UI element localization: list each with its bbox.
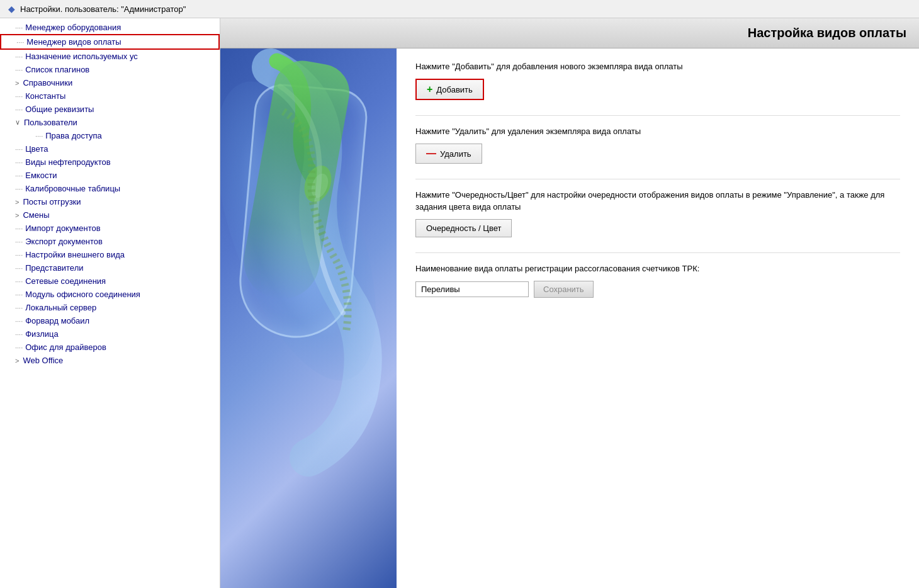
sidebar-item-label: Калибровочные таблицы	[25, 184, 120, 193]
sidebar-item-label: Емкости	[25, 171, 57, 180]
divider-3	[415, 252, 900, 253]
sidebar-item-constants[interactable]: ···· Константы	[0, 89, 220, 103]
expand-icon: ∨	[15, 118, 20, 127]
sidebar-item-label: Настройки внешнего вида	[25, 250, 125, 259]
delete-button-label: Удалить	[440, 149, 471, 159]
delete-description: Нажмите "Удалить" для удаления экземпляр…	[415, 126, 900, 137]
sidebar-item-label: Физлица	[25, 329, 58, 339]
add-button[interactable]: + Добавить	[415, 79, 484, 100]
sidebar-prefix: ····	[15, 264, 23, 272]
sidebar-item-users[interactable]: ∨ Пользователи	[0, 116, 220, 129]
sidebar-prefix: ····	[15, 93, 23, 100]
sidebar-item-office-module[interactable]: ···· Модуль офисного соединения	[0, 288, 220, 301]
sidebar-item-import-documents[interactable]: ···· Импорт документов	[0, 222, 220, 235]
sidebar-item-label: Импорт документов	[25, 223, 100, 233]
decorative-image	[220, 48, 397, 588]
right-panel: Настройка видов оплаты	[220, 18, 919, 588]
sidebar-item-fizlitso[interactable]: ···· Физлица	[0, 327, 220, 341]
sidebar-item-forward-mobile[interactable]: ···· Форвард мобаил	[0, 314, 220, 327]
content-section: Нажмите "Добавить" для добавления нового…	[397, 48, 919, 588]
decorative-image-section	[220, 48, 397, 588]
sidebar-item-label: Права доступа	[45, 131, 102, 140]
sidebar-item-label: Экспорт документов	[25, 237, 103, 246]
sidebar-item-shipping-posts[interactable]: > Посты отгрузки	[0, 195, 220, 208]
sidebar-item-label: Посты отгрузки	[23, 197, 81, 206]
order-color-section: Нажмите "Очередность/Цвет" для настройки…	[415, 189, 900, 237]
panel-title: Настройка видов оплаты	[233, 26, 906, 40]
delete-button[interactable]: — Удалить	[415, 144, 482, 164]
sidebar-prefix: ····	[15, 317, 23, 325]
sidebar-prefix: ····	[15, 225, 23, 232]
sidebar-prefix: ····	[15, 291, 23, 298]
sidebar-item-local-server[interactable]: ···· Локальный сервер	[0, 301, 220, 314]
expand-icon: >	[15, 79, 19, 87]
sidebar-item-access-rights[interactable]: ···· Права доступа	[0, 129, 220, 142]
sidebar-item-capacities[interactable]: ···· Емкости	[0, 169, 220, 182]
sidebar-item-label: Представители	[25, 263, 83, 273]
sidebar-item-export-documents[interactable]: ···· Экспорт документов	[0, 235, 220, 248]
order-color-button[interactable]: Очередность / Цвет	[415, 219, 512, 237]
sidebar-item-label: Web Office	[23, 356, 63, 365]
sidebar-item-label: Форвард мобаил	[25, 316, 89, 325]
save-button[interactable]: Сохранить	[534, 281, 594, 298]
payment-name-input[interactable]	[415, 281, 529, 297]
sidebar: ···· Менеджер оборудования ···· Менеджер…	[0, 18, 220, 588]
sidebar-item-label: Справочники	[23, 78, 72, 88]
sidebar-item-payment-manager[interactable]: ···· Менеджер видов оплаты	[0, 34, 220, 50]
panel-body: Нажмите "Добавить" для добавления нового…	[220, 48, 919, 588]
sidebar-prefix: ····	[15, 238, 23, 246]
sidebar-prefix: ····	[16, 38, 24, 46]
name-input-row: Сохранить	[415, 281, 900, 298]
sidebar-item-label: Сетевые соединения	[25, 276, 106, 286]
main-content: ···· Менеджер оборудования ···· Менеджер…	[0, 18, 919, 588]
sidebar-item-appearance-settings[interactable]: ···· Настройки внешнего вида	[0, 248, 220, 261]
sidebar-prefix: ····	[15, 106, 23, 113]
sidebar-item-label: Цвета	[25, 144, 48, 154]
sidebar-item-calibration-tables[interactable]: ···· Калибровочные таблицы	[0, 182, 220, 195]
add-description: Нажмите "Добавить" для добавления нового…	[415, 61, 900, 72]
svg-point-0	[300, 162, 336, 206]
sidebar-item-label: Константы	[25, 91, 65, 101]
sidebar-item-label: Смены	[23, 210, 49, 220]
sidebar-item-fuel-types[interactable]: ···· Виды нефтепродуктов	[0, 155, 220, 169]
delete-section: Нажмите "Удалить" для удаления экземпляр…	[415, 126, 900, 164]
sidebar-prefix: ····	[15, 145, 23, 153]
sidebar-item-handbooks[interactable]: > Справочники	[0, 76, 220, 89]
sidebar-item-label: Модуль офисного соединения	[25, 290, 140, 299]
title-text: Настройки. пользователь: "Администратор"	[20, 4, 186, 14]
sidebar-item-label: Пользователи	[24, 118, 77, 127]
order-color-description: Нажмите "Очередность/Цвет" для настройки…	[415, 189, 900, 212]
sidebar-item-representatives[interactable]: ···· Представители	[0, 261, 220, 274]
sidebar-item-office-drivers[interactable]: ···· Офис для драйверов	[0, 341, 220, 354]
sidebar-item-label: Виды нефтепродуктов	[25, 157, 110, 167]
sidebar-prefix: ····	[15, 185, 23, 193]
expand-icon: >	[15, 198, 19, 206]
sidebar-item-assigned-services[interactable]: ···· Назначение используемых ус	[0, 50, 220, 63]
sidebar-prefix: ····	[15, 24, 23, 31]
svg-point-1	[308, 171, 331, 200]
sidebar-item-label: Офис для драйверов	[25, 342, 106, 352]
sidebar-prefix: ····	[15, 53, 23, 60]
sidebar-prefix: ····	[15, 159, 23, 166]
order-color-button-label: Очередность / Цвет	[426, 223, 501, 233]
sidebar-item-label: Список плагинов	[25, 65, 89, 74]
app-icon: ◆	[6, 4, 16, 14]
sidebar-item-shifts[interactable]: > Смены	[0, 208, 220, 222]
sidebar-item-plugins-list[interactable]: ···· Список плагинов	[0, 63, 220, 76]
name-input-section: Наименование вида оплаты регистрации рас…	[415, 263, 900, 298]
expand-icon: >	[15, 212, 19, 219]
title-bar: ◆ Настройки. пользователь: "Администрато…	[0, 0, 919, 18]
sidebar-item-colors[interactable]: ···· Цвета	[0, 142, 220, 155]
name-description: Наименование вида оплаты регистрации рас…	[415, 263, 900, 274]
add-section: Нажмите "Добавить" для добавления нового…	[415, 61, 900, 100]
save-button-label: Сохранить	[543, 285, 584, 294]
sidebar-item-web-office[interactable]: > Web Office	[0, 354, 220, 367]
sidebar-prefix: ····	[15, 172, 23, 179]
sidebar-prefix: ····	[15, 66, 23, 74]
sidebar-item-equipment-manager[interactable]: ···· Менеджер оборудования	[0, 21, 220, 34]
expand-icon: >	[15, 357, 19, 365]
sidebar-item-general-requisites[interactable]: ···· Общие реквизиты	[0, 103, 220, 116]
sidebar-item-network-connections[interactable]: ···· Сетевые соединения	[0, 274, 220, 288]
main-window: ◆ Настройки. пользователь: "Администрато…	[0, 0, 919, 588]
sidebar-prefix: ····	[15, 331, 23, 338]
